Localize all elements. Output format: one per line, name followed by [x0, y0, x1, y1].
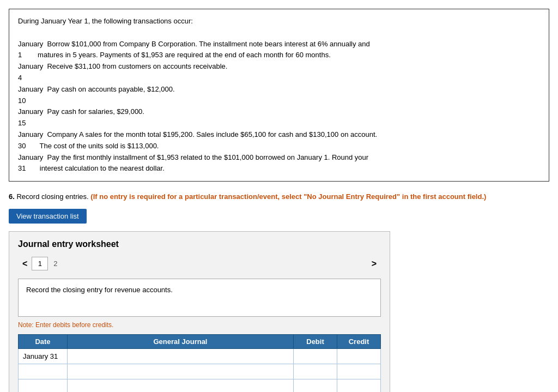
next-page-number: 2	[48, 257, 63, 270]
worksheet-title: Journal entry worksheet	[18, 239, 381, 249]
cell-debit-2[interactable]	[294, 364, 337, 379]
transaction-box: During January Year 1, the following tra…	[9, 9, 549, 182]
cell-journal-3[interactable]	[68, 379, 294, 392]
cell-debit-1[interactable]	[294, 348, 337, 364]
next-page-button[interactable]: >	[367, 257, 381, 271]
instruction-text: Record the closing entry for revenue acc…	[26, 286, 173, 294]
cell-date-3	[19, 379, 68, 392]
credit-input-3[interactable]	[342, 383, 376, 391]
table-row	[19, 364, 381, 379]
header-credit: Credit	[337, 334, 381, 348]
debit-input-2[interactable]	[298, 367, 332, 376]
table-row	[19, 379, 381, 392]
journal-input-3[interactable]	[72, 383, 289, 391]
cell-debit-3[interactable]	[294, 379, 337, 392]
table-header-row: Date General Journal Debit Credit	[19, 334, 381, 348]
cell-date-2	[19, 364, 68, 379]
cell-credit-3[interactable]	[337, 379, 381, 392]
instruction-box: Record the closing entry for revenue acc…	[18, 279, 381, 317]
cell-credit-1[interactable]	[337, 348, 381, 364]
question-label: 6. Record closing entries. (If no entry …	[9, 191, 549, 202]
journal-table: Date General Journal Debit Credit Januar…	[18, 334, 381, 392]
question-number: 6.	[9, 192, 15, 201]
cell-date-1: January 31	[19, 348, 68, 364]
nav-row: < 1 2 >	[18, 257, 381, 271]
credit-input-2[interactable]	[342, 367, 376, 376]
current-page-box[interactable]: 1	[32, 257, 48, 270]
cell-credit-2[interactable]	[337, 364, 381, 379]
table-row: January 31	[19, 348, 381, 364]
header-debit: Debit	[294, 334, 337, 348]
journal-input-1[interactable]	[72, 352, 289, 360]
journal-input-2[interactable]	[72, 367, 289, 376]
worksheet-container: Journal entry worksheet < 1 2 > Record t…	[9, 231, 390, 392]
debit-input-1[interactable]	[298, 352, 332, 360]
question-text: Record closing entries.	[16, 192, 88, 201]
debit-input-3[interactable]	[298, 383, 332, 391]
cell-journal-1[interactable]	[68, 348, 294, 364]
note-text: Note: Enter debits before credits.	[18, 321, 381, 329]
transaction-text: During January Year 1, the following tra…	[18, 16, 540, 174]
prev-page-button[interactable]: <	[18, 257, 32, 271]
credit-input-1[interactable]	[342, 352, 376, 360]
question-instruction: (If no entry is required for a particula…	[90, 192, 486, 201]
header-general-journal: General Journal	[68, 334, 294, 348]
header-date: Date	[19, 334, 68, 348]
view-transaction-list-button[interactable]: View transaction list	[9, 209, 87, 224]
cell-journal-2[interactable]	[68, 364, 294, 379]
